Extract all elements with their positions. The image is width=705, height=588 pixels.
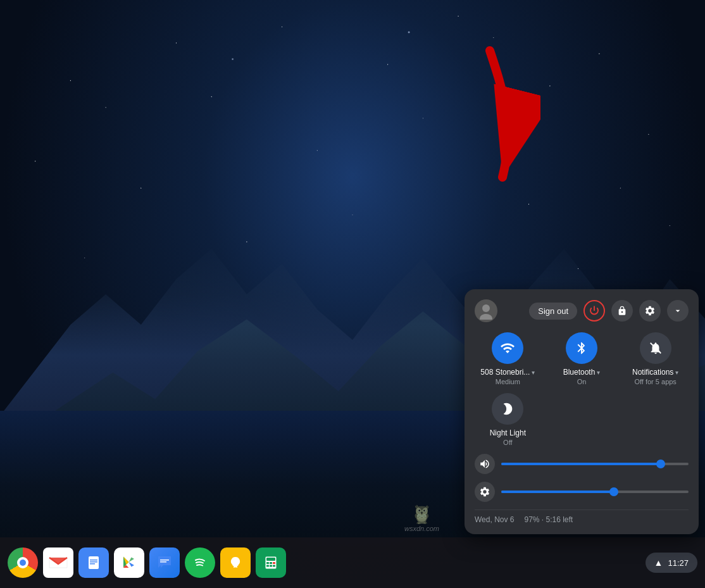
watermark-icon: 🦉 bbox=[411, 504, 433, 525]
spotify-icon[interactable] bbox=[185, 547, 215, 578]
time-display: 11:27 bbox=[668, 558, 689, 568]
wifi-tray-icon: ▲ bbox=[654, 558, 663, 568]
nightlight-sublabel: Off bbox=[503, 439, 512, 446]
settings-button[interactable] bbox=[639, 300, 661, 322]
brightness-icon[interactable] bbox=[475, 482, 495, 502]
power-button[interactable] bbox=[583, 300, 605, 322]
nightlight-tile[interactable]: Night Light Off bbox=[475, 393, 541, 446]
notifications-sublabel: Off for 5 apps bbox=[634, 378, 676, 385]
brightness-slider[interactable] bbox=[501, 491, 689, 493]
bluetooth-tile[interactable]: Bluetooth ▾ On bbox=[549, 332, 615, 385]
svg-rect-6 bbox=[90, 561, 97, 563]
lock-button[interactable] bbox=[611, 300, 633, 322]
svg-rect-16 bbox=[266, 562, 269, 564]
svg-rect-10 bbox=[160, 561, 166, 563]
system-tray[interactable]: ▲ 11:27 bbox=[646, 553, 697, 573]
taskbar-apps bbox=[8, 547, 640, 578]
bluetooth-icon bbox=[566, 332, 597, 364]
svg-rect-18 bbox=[273, 562, 275, 564]
notifications-icon bbox=[640, 332, 671, 364]
nightlight-icon bbox=[492, 393, 523, 425]
svg-rect-20 bbox=[270, 565, 272, 567]
svg-rect-5 bbox=[90, 560, 97, 561]
sliders-section bbox=[475, 454, 689, 502]
notifications-label: Notifications ▾ bbox=[632, 368, 678, 377]
wifi-tile[interactable]: 508 Stonebri... ▾ Medium bbox=[475, 332, 541, 385]
wifi-chevron: ▾ bbox=[532, 369, 535, 376]
svg-point-1 bbox=[482, 304, 490, 312]
desktop: Sign out bbox=[0, 0, 705, 588]
quick-settings-panel: Sign out bbox=[465, 289, 699, 534]
keep-icon[interactable] bbox=[220, 547, 251, 578]
notifications-chevron: ▾ bbox=[675, 369, 678, 376]
svg-rect-19 bbox=[266, 565, 269, 567]
quick-settings-header: Sign out bbox=[475, 299, 689, 322]
bluetooth-chevron: ▾ bbox=[597, 369, 600, 376]
battery-status: 97% · 5:16 left bbox=[524, 515, 573, 524]
bluetooth-sublabel: On bbox=[577, 378, 587, 385]
gmail-icon[interactable] bbox=[43, 547, 73, 578]
calculator-icon[interactable] bbox=[256, 547, 286, 578]
play-store-icon[interactable] bbox=[114, 547, 144, 578]
watermark-text: wsxdn.com bbox=[404, 525, 439, 532]
user-avatar bbox=[475, 299, 497, 322]
svg-point-2 bbox=[480, 314, 492, 320]
chrome-icon[interactable] bbox=[8, 547, 38, 578]
notifications-tile[interactable]: Notifications ▾ Off for 5 apps bbox=[622, 332, 689, 385]
docs-icon[interactable] bbox=[78, 547, 109, 578]
bluetooth-label: Bluetooth ▾ bbox=[563, 368, 601, 377]
brightness-slider-row bbox=[475, 482, 689, 502]
sign-out-button[interactable]: Sign out bbox=[529, 303, 577, 320]
svg-rect-15 bbox=[266, 558, 275, 561]
watermark: 🦉 wsxdn.com bbox=[404, 504, 439, 532]
volume-slider-row bbox=[475, 454, 689, 474]
volume-icon[interactable] bbox=[475, 454, 495, 474]
expand-button[interactable] bbox=[667, 300, 689, 322]
quick-settings-tiles: 508 Stonebri... ▾ Medium Bluetooth ▾ On bbox=[475, 332, 689, 446]
volume-slider[interactable] bbox=[501, 463, 689, 465]
svg-rect-9 bbox=[160, 560, 169, 561]
date-display: Wed, Nov 6 bbox=[475, 515, 514, 524]
taskbar: ▲ 11:27 bbox=[0, 537, 705, 588]
taskbar-right: ▲ 11:27 bbox=[646, 553, 697, 573]
wifi-icon bbox=[492, 332, 523, 364]
messages-icon[interactable] bbox=[149, 547, 180, 578]
svg-rect-7 bbox=[90, 563, 95, 565]
svg-rect-21 bbox=[273, 565, 275, 567]
quick-settings-footer: Wed, Nov 6 97% · 5:16 left bbox=[475, 510, 689, 524]
svg-rect-4 bbox=[89, 556, 99, 569]
svg-rect-17 bbox=[270, 562, 272, 564]
wifi-label: 508 Stonebri... ▾ bbox=[480, 368, 535, 377]
nightlight-label: Night Light bbox=[490, 428, 526, 437]
wifi-sublabel: Medium bbox=[496, 378, 520, 385]
